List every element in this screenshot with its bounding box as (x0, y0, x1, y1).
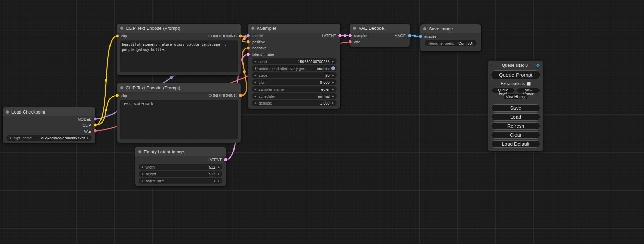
node-vae-decode[interactable]: VAE Decode samples IMAGE vae (350, 24, 410, 47)
node-load-checkpoint[interactable]: Load Checkpoint MODEL CLIP VAE ◀ ckpt_na… (3, 107, 95, 143)
widget-random-seed-toggle[interactable]: Random seed after every gen enabled (252, 65, 337, 71)
increment-arrow-icon[interactable]: ▶ (218, 173, 220, 175)
collapse-dot-icon[interactable] (120, 86, 123, 89)
widget-denoise[interactable]: ◀ denoise 1.000 ▶ (252, 100, 337, 106)
output-label-vae: VAE (84, 129, 91, 133)
widget-ckpt-name[interactable]: ◀ ckpt_name v1-5-pruned-emaonly.ckpt ▶ (6, 135, 92, 141)
collapse-dot-icon[interactable] (138, 150, 141, 153)
node-header[interactable]: CLIP Text Encode (Prompt) (117, 83, 241, 92)
widget-value: 20 (325, 73, 329, 78)
widget-label: Random seed after every gen (255, 66, 305, 71)
decrement-arrow-icon[interactable]: ◀ (254, 88, 256, 91)
node-header[interactable]: Save Image (420, 24, 481, 33)
view-history-button[interactable]: View History (503, 94, 528, 99)
increment-arrow-icon[interactable]: ▶ (332, 88, 334, 91)
input-port-positive[interactable] (247, 40, 250, 44)
output-label-latent: LATENT (208, 157, 222, 162)
decrement-arrow-icon[interactable]: ◀ (141, 173, 143, 175)
widget-value: 8.000 (320, 80, 330, 84)
settings-gear-icon[interactable]: ⚙ (536, 63, 540, 68)
node-ksampler[interactable]: KSampler model LATENT positive negative … (248, 24, 340, 109)
decrement-arrow-icon[interactable]: ◀ (254, 81, 256, 84)
node-empty-latent-image[interactable]: Empty Latent Image LATENT ◀ width 512 ▶ … (135, 147, 226, 186)
output-port-conditioning[interactable] (239, 35, 242, 38)
input-port-images[interactable] (419, 35, 422, 38)
node-header[interactable]: Load Checkpoint (3, 107, 95, 116)
input-port-negative[interactable] (247, 47, 250, 50)
widget-sampler-name[interactable]: ◀ sampler_name euler ▶ (252, 86, 337, 92)
extra-options-checkbox[interactable] (527, 82, 531, 86)
refresh-button[interactable]: Refresh (491, 122, 540, 130)
widget-filename-prefix[interactable]: filename_prefix ComfyUI (425, 40, 477, 46)
widget-label: batch_size (145, 179, 164, 183)
increment-arrow-icon[interactable]: ▶ (332, 60, 334, 63)
collapse-dot-icon[interactable] (251, 27, 254, 30)
extra-options-label: Extra options (501, 81, 525, 86)
input-port-vae[interactable] (349, 40, 352, 44)
increment-arrow-icon[interactable]: ▶ (332, 95, 334, 98)
output-port-latent[interactable] (338, 34, 342, 37)
queue-front-button[interactable]: Queue Front (491, 88, 515, 93)
increment-arrow-icon[interactable]: ▶ (332, 81, 334, 84)
save-button[interactable]: Save (491, 104, 540, 112)
decrement-arrow-icon[interactable]: ◀ (9, 137, 11, 139)
queue-prompt-button[interactable]: Queue Prompt (491, 70, 540, 79)
queue-menu-panel[interactable]: ⠿ Queue size: 0 ⚙ Queue Prompt Extra opt… (488, 61, 543, 151)
node-header[interactable]: Empty Latent Image (135, 147, 226, 156)
input-port-model[interactable] (247, 34, 250, 37)
clear-button[interactable]: Clear (491, 131, 540, 139)
widget-width[interactable]: ◀ width 512 ▶ (139, 164, 222, 170)
prompt-textarea[interactable]: text, watermark (120, 100, 238, 139)
load-button[interactable]: Load (491, 113, 540, 121)
collapse-dot-icon[interactable] (6, 110, 9, 114)
widget-height[interactable]: ◀ height 512 ▶ (139, 171, 222, 177)
increment-arrow-icon[interactable]: ▶ (218, 180, 220, 182)
increment-arrow-icon[interactable]: ▶ (332, 102, 334, 105)
decrement-arrow-icon[interactable]: ◀ (254, 102, 256, 105)
input-label-samples: samples (354, 34, 368, 38)
widget-label: sampler_name (258, 87, 284, 91)
output-port-model[interactable] (94, 118, 97, 121)
view-queue-button[interactable]: View Queue (517, 88, 540, 93)
decrement-arrow-icon[interactable]: ◀ (254, 60, 256, 63)
decrement-arrow-icon[interactable]: ◀ (254, 74, 256, 77)
node-title: CLIP Text Encode (Prompt) (126, 85, 180, 90)
increment-arrow-icon[interactable]: ▶ (332, 74, 334, 77)
decrement-arrow-icon[interactable]: ◀ (141, 166, 143, 169)
node-header[interactable]: KSampler (248, 24, 340, 33)
node-header[interactable]: CLIP Text Encode (Prompt) (117, 24, 241, 33)
widget-scheduler[interactable]: ◀ scheduler normal ▶ (252, 93, 337, 99)
decrement-arrow-icon[interactable]: ◀ (254, 95, 256, 98)
widget-label: scheduler (258, 94, 275, 98)
widget-seed[interactable]: ◀ seed 156680208700286 ▶ (252, 58, 337, 64)
node-save-image[interactable]: Save Image images filename_prefix ComfyU… (420, 24, 481, 51)
output-port-clip[interactable] (94, 124, 97, 127)
collapse-dot-icon[interactable] (120, 27, 123, 30)
output-port-latent[interactable] (224, 158, 227, 161)
widget-label: width (145, 165, 155, 169)
output-port-image[interactable] (408, 34, 411, 37)
input-port-samples[interactable] (349, 34, 352, 37)
input-port-latent-image[interactable] (247, 53, 250, 56)
prompt-textarea[interactable]: beautiful scenery nature glass bottle la… (120, 40, 238, 72)
collapse-dot-icon[interactable] (353, 27, 356, 30)
widget-batch-size[interactable]: ◀ batch_size 1 ▶ (139, 178, 222, 184)
output-port-conditioning[interactable] (239, 94, 242, 97)
node-clip-text-encode-negative[interactable]: CLIP Text Encode (Prompt) clip CONDITION… (117, 83, 241, 143)
node-header[interactable]: VAE Decode (350, 24, 410, 33)
increment-arrow-icon[interactable]: ▶ (87, 137, 89, 139)
widget-cfg[interactable]: ◀ cfg 8.000 ▶ (252, 79, 337, 85)
increment-arrow-icon[interactable]: ▶ (218, 166, 220, 169)
node-clip-text-encode-positive[interactable]: CLIP Text Encode (Prompt) clip CONDITION… (117, 24, 241, 75)
output-port-vae[interactable] (94, 129, 97, 133)
collapse-dot-icon[interactable] (423, 27, 426, 30)
drag-handle-icon[interactable]: ⠿ (491, 63, 494, 68)
link-midpoint-dot (344, 34, 346, 37)
input-port-clip[interactable] (116, 94, 119, 97)
node-graph-canvas[interactable]: Load Checkpoint MODEL CLIP VAE ◀ ckpt_na… (0, 0, 644, 244)
load-default-button[interactable]: Load Default (491, 140, 540, 148)
decrement-arrow-icon[interactable]: ◀ (141, 180, 143, 182)
widget-steps[interactable]: ◀ steps 20 ▶ (252, 72, 337, 78)
toggle-knob[interactable] (331, 66, 335, 70)
input-port-clip[interactable] (116, 35, 119, 38)
